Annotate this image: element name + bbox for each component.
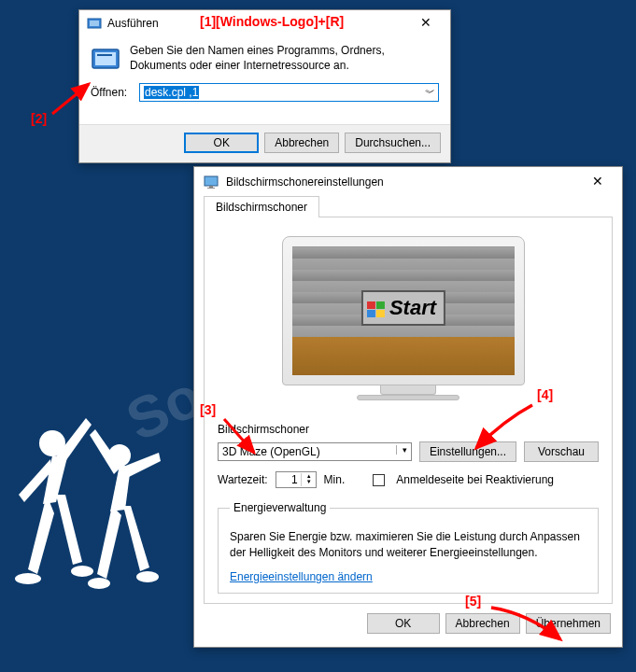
windows-flag-icon [367, 300, 386, 316]
chevron-down-icon: ﹀ [425, 87, 434, 100]
open-label: Öffnen: [91, 86, 132, 99]
svg-point-5 [136, 571, 159, 582]
ok-button[interactable]: OK [184, 133, 259, 153]
svg-rect-14 [367, 301, 375, 309]
background-silhouette [0, 401, 187, 644]
monitor-icon [204, 175, 219, 189]
preview-button[interactable]: Vorschau [524, 441, 599, 462]
energy-text: Sparen Sie Energie bzw. maximieren Sie d… [230, 529, 587, 561]
run-icon [87, 16, 102, 31]
run-button-row: OK Abbrechen Durchsuchen... [79, 124, 450, 162]
run-large-icon [91, 44, 120, 74]
tab-screensaver[interactable]: Bildschirmschoner [204, 196, 319, 217]
svg-point-1 [15, 573, 41, 584]
svg-rect-13 [207, 188, 215, 189]
svg-rect-11 [205, 176, 218, 186]
command-input[interactable]: desk.cpl ,1﹀ [139, 83, 439, 102]
screensaver-group-label: Bildschirmschoner [218, 423, 599, 436]
energy-legend: Energieverwaltung [230, 501, 330, 514]
svg-rect-7 [90, 21, 99, 26]
run-description: Geben Sie den Namen eines Programms, Ord… [130, 44, 439, 73]
wait-spinner[interactable]: 1 ▲▼ [276, 471, 317, 488]
cancel-button[interactable]: Abbrechen [445, 613, 520, 634]
browse-button[interactable]: Durchsuchen... [345, 133, 441, 153]
wait-label: Wartezeit: [218, 473, 268, 486]
start-banner: Start [361, 290, 445, 326]
monitor-preview: Start [282, 236, 534, 404]
svg-point-4 [88, 578, 110, 589]
run-titlebar[interactable]: Ausführen ✕ [79, 10, 450, 35]
screensaver-titlebar[interactable]: Bildschirmschonereinstellungen ✕ [194, 167, 622, 195]
screensaver-select-value: 3D Maze (OpenGL) [222, 445, 320, 458]
energy-settings-link[interactable]: Energieeinstellungen ändern [230, 570, 373, 583]
ok-button[interactable]: OK [367, 613, 440, 634]
svg-point-2 [71, 566, 93, 577]
spinner-arrows-icon[interactable]: ▲▼ [301, 473, 312, 486]
settings-button[interactable]: Einstellungen... [419, 441, 516, 462]
screensaver-title: Bildschirmschonereinstellungen [226, 175, 579, 189]
annotation-2: [2] [31, 111, 47, 126]
run-title: Ausführen [107, 17, 407, 30]
svg-rect-16 [367, 310, 375, 317]
svg-rect-10 [97, 54, 112, 56]
close-icon[interactable]: ✕ [407, 14, 445, 33]
svg-rect-17 [376, 310, 385, 317]
command-combobox[interactable]: desk.cpl ,1﹀ ﹀ [139, 83, 439, 102]
resume-checkbox[interactable] [373, 474, 385, 486]
svg-rect-15 [376, 301, 385, 309]
wait-unit: Min. [324, 473, 346, 486]
cancel-button[interactable]: Abbrechen [264, 133, 339, 153]
resume-label: Anmeldeseite bei Reaktivierung [396, 473, 554, 486]
screensaver-dialog: Bildschirmschonereinstellungen ✕ Bildsch… [193, 166, 623, 648]
dialog-button-row: OK Abbrechen Übernehmen [194, 604, 622, 647]
svg-rect-12 [209, 186, 213, 188]
run-dialog: Ausführen ✕ Geben Sie den Namen eines Pr… [78, 9, 451, 163]
screensaver-select[interactable]: 3D Maze (OpenGL) ▾ [218, 442, 412, 461]
close-icon[interactable]: ✕ [579, 173, 616, 191]
energy-group: Energieverwaltung Sparen Sie Energie bzw… [218, 501, 599, 594]
tab-panel: Start Bildschirmschoner 3D Maze (OpenGL)… [204, 217, 613, 604]
chevron-down-icon: ▾ [396, 445, 407, 455]
apply-button[interactable]: Übernehmen [526, 613, 611, 634]
